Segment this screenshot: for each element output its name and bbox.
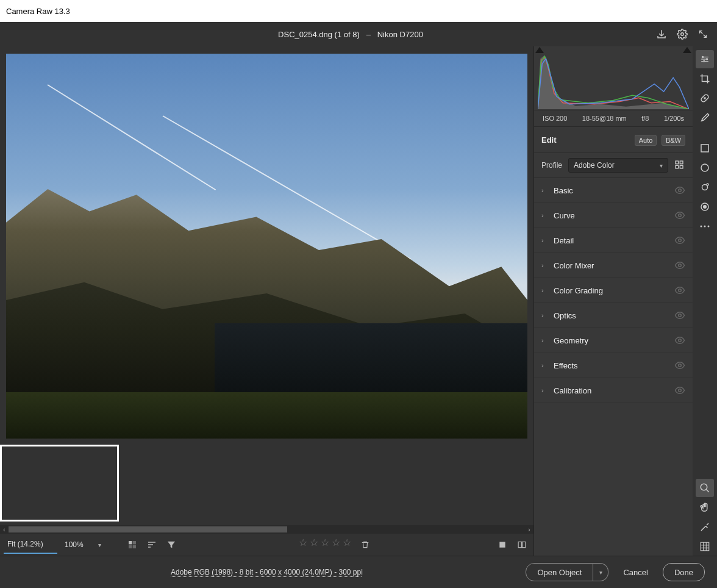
edit-tool-icon[interactable] [696,50,714,68]
zoom-tool-icon[interactable] [696,479,714,497]
open-dropdown[interactable]: ▾ [593,563,608,581]
star-icon[interactable]: ☆ [299,537,307,553]
svg-point-19 [679,364,682,367]
profile-select[interactable]: Adobe Color ▾ [568,158,668,173]
svg-point-18 [679,339,682,342]
top-bar: DSC_0254.dng (1 of 8) – Nikon D7200 [0,22,717,46]
visibility-icon[interactable] [674,335,685,346]
brush-tool-icon[interactable] [696,109,714,127]
visibility-icon[interactable] [674,360,685,371]
svg-point-15 [679,264,682,267]
image-preview[interactable] [0,46,533,442]
sampler-tool-icon[interactable] [696,518,714,536]
star-icon[interactable]: ☆ [332,537,340,553]
fit-display[interactable]: Fit (14.2%) [4,536,57,554]
thumbnail[interactable] [123,445,241,522]
visibility-icon[interactable] [674,285,685,296]
profile-browser-icon[interactable] [674,160,685,171]
svg-rect-7 [523,542,526,547]
chevron-right-icon: › [541,387,548,394]
svg-rect-3 [129,545,132,548]
svg-rect-4 [133,545,136,548]
chevron-down-icon: ▾ [98,542,101,548]
thumbnail[interactable] [368,445,487,522]
panel-color-grading[interactable]: ›Color Grading [534,278,693,303]
linear-gradient-icon[interactable] [696,139,714,157]
visibility-icon[interactable] [674,210,685,221]
window-titlebar: Camera Raw 13.3 [0,0,717,22]
svg-point-32 [704,226,706,228]
grid-tool-icon[interactable] [696,537,714,556]
filmstrip-scrollbar[interactable]: ‹ › [0,525,533,534]
open-button[interactable]: Open Object [526,563,593,581]
trash-icon[interactable] [357,537,373,553]
chevron-right-icon: › [541,237,548,244]
rating-stars[interactable]: ☆ ☆ ☆ ☆ ☆ [299,537,373,553]
svg-point-12 [679,189,682,192]
bw-button[interactable]: B&W [662,135,685,146]
svg-point-22 [706,59,707,60]
save-icon[interactable] [656,29,667,40]
cancel-button[interactable]: Cancel [613,568,657,577]
svg-rect-9 [680,161,683,164]
star-icon[interactable]: ☆ [321,537,329,553]
hand-tool-icon[interactable] [696,498,714,517]
panel-effects[interactable]: ›Effects [534,353,693,378]
svg-point-17 [679,314,682,317]
visibility-icon[interactable] [674,260,685,271]
filmstrip [0,442,533,525]
visibility-icon[interactable] [674,385,685,396]
single-view-icon[interactable] [494,537,510,553]
bottom-toolbar: Fit (14.2%) 100%▾ ☆ ☆ ☆ ☆ ☆ [0,534,533,556]
auto-button[interactable]: Auto [635,135,657,146]
panel-basic[interactable]: ›Basic [534,178,693,203]
svg-point-33 [708,226,710,228]
shutter-value: 1/200s [664,115,684,122]
panel-curve[interactable]: ›Curve [534,203,693,228]
iso-value: ISO 200 [543,115,567,122]
sort-icon[interactable] [144,537,160,553]
zoom-select[interactable]: 100%▾ [61,536,105,553]
chevron-right-icon: › [541,212,548,219]
radial-gradient-icon[interactable] [696,159,714,177]
svg-point-20 [679,389,682,392]
visibility-icon[interactable] [674,185,685,196]
scroll-right-icon[interactable]: › [525,525,533,534]
svg-rect-2 [133,541,136,544]
star-icon[interactable]: ☆ [343,537,351,553]
select-all-icon[interactable] [124,537,140,553]
thumbnail[interactable] [490,445,533,522]
gear-icon[interactable] [677,29,688,40]
heal-tool-icon[interactable] [696,89,714,107]
panel-calibration[interactable]: ›Calibration [534,378,693,403]
histogram[interactable] [534,46,693,110]
panel-geometry[interactable]: ›Geometry [534,328,693,353]
filter-icon[interactable] [163,537,179,553]
thumbnail[interactable] [0,445,119,522]
chevron-right-icon: › [541,287,548,294]
workflow-link[interactable]: Adobe RGB (1998) - 8 bit - 6000 x 4000 (… [171,568,363,576]
tool-strip [693,46,717,556]
star-icon[interactable]: ☆ [310,537,318,553]
done-button[interactable]: Done [663,563,705,581]
svg-rect-1 [129,541,132,544]
panel-color-mixer[interactable]: ›Color Mixer [534,253,693,278]
panel-detail[interactable]: ›Detail [534,228,693,253]
compare-view-icon[interactable] [514,537,530,553]
chevron-right-icon: › [541,262,548,269]
visibility-icon[interactable] [674,235,685,246]
panel-optics[interactable]: ›Optics [534,303,693,328]
visibility-icon[interactable] [674,310,685,321]
scroll-left-icon[interactable]: ‹ [0,525,9,534]
svg-point-34 [701,484,707,490]
thumbnail[interactable] [245,445,364,522]
redeye-tool-icon[interactable] [696,198,714,216]
crop-tool-icon[interactable] [696,70,714,88]
svg-rect-11 [680,165,683,168]
fullscreen-icon[interactable] [697,29,708,40]
chevron-down-icon: ▾ [660,162,663,169]
eyedropper-icon[interactable] [696,178,714,196]
edit-heading: Edit [541,135,557,145]
scroll-handle[interactable] [9,526,287,532]
more-icon[interactable] [696,217,714,235]
